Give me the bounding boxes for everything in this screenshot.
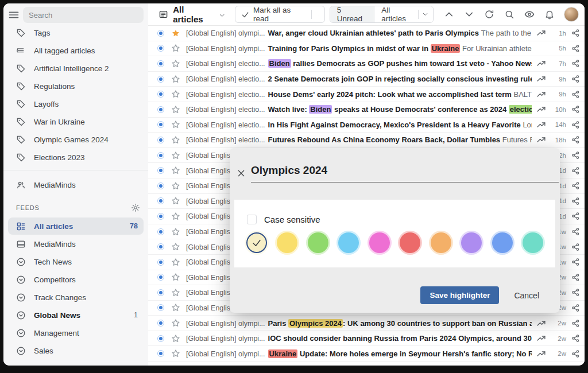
sidebar-item-tag[interactable]: War in Ukraine [3, 113, 148, 131]
share-icon[interactable] [571, 197, 580, 205]
unread-dot[interactable] [157, 274, 164, 281]
hamburger-menu-icon[interactable] [8, 9, 20, 21]
unread-dot[interactable] [157, 137, 164, 143]
sidebar-item-feed[interactable]: Track Changes [8, 289, 144, 306]
search-icon[interactable] [504, 9, 514, 20]
article-row[interactable]: [Global English] olympi...Ukraine Update… [148, 346, 585, 362]
sidebar-item-tag[interactable]: Regulations [3, 77, 148, 95]
share-icon[interactable] [571, 304, 580, 312]
bell-icon[interactable] [544, 9, 555, 20]
previous-article-icon[interactable] [444, 9, 454, 20]
share-icon[interactable] [571, 288, 580, 297]
share-icon[interactable] [571, 273, 580, 282]
star-icon[interactable] [171, 334, 180, 343]
unread-dot[interactable] [157, 197, 164, 204]
sidebar-item-tag[interactable]: Tags [3, 24, 148, 42]
color-swatch[interactable] [492, 232, 513, 253]
unread-dot[interactable] [157, 60, 164, 67]
color-swatch[interactable] [523, 232, 543, 253]
highlighter-name-input[interactable] [251, 164, 559, 182]
unread-dot[interactable] [157, 76, 164, 83]
unread-dot[interactable] [157, 121, 164, 128]
star-icon[interactable] [171, 318, 180, 328]
share-icon[interactable] [571, 334, 580, 343]
color-swatch[interactable] [461, 232, 482, 253]
share-icon[interactable] [571, 227, 580, 236]
color-swatch[interactable] [431, 232, 451, 253]
star-icon[interactable] [171, 181, 180, 191]
unread-dot[interactable] [157, 259, 164, 266]
unread-dot[interactable] [157, 152, 164, 159]
share-icon[interactable] [571, 258, 580, 266]
star-icon[interactable] [171, 105, 180, 114]
share-icon[interactable] [571, 181, 580, 190]
share-icon[interactable] [571, 90, 580, 99]
sidebar-item-team[interactable]: MediaMinds [3, 176, 148, 194]
color-swatch[interactable] [338, 232, 359, 253]
star-icon[interactable] [171, 44, 180, 53]
search-input[interactable] [29, 11, 138, 20]
star-icon[interactable] [171, 90, 180, 99]
unread-count-button[interactable]: 5 Unread [330, 6, 375, 22]
unread-dot[interactable] [157, 30, 164, 37]
sidebar-item-feed[interactable]: All articles 78 [8, 217, 144, 235]
unread-dot[interactable] [157, 228, 164, 235]
article-row[interactable]: [Global English] electio...2 Senate Demo… [148, 72, 585, 87]
sidebar-item-tag[interactable]: Olympic Games 2024 [3, 131, 148, 149]
share-icon[interactable] [571, 29, 580, 37]
unread-dot[interactable] [157, 213, 164, 220]
share-icon[interactable] [571, 44, 580, 53]
view-title-dropdown[interactable]: All articles [158, 5, 226, 24]
unread-dot[interactable] [157, 335, 164, 342]
unread-dot[interactable] [157, 167, 164, 174]
star-icon[interactable] [171, 29, 180, 38]
cancel-button[interactable]: Cancel [514, 291, 539, 300]
article-row[interactable]: [Global English] electio...In His Fight … [148, 118, 585, 133]
chevron-down-icon[interactable] [316, 11, 322, 18]
unread-dot[interactable] [157, 289, 164, 296]
star-icon[interactable] [171, 349, 180, 358]
article-row[interactable]: [Global English] electio...House Dems' e… [148, 87, 585, 102]
article-row[interactable]: [Global English] olympi...Paris Olympics… [148, 316, 585, 331]
color-swatch[interactable] [400, 232, 420, 253]
case-sensitive-checkbox[interactable] [247, 215, 257, 224]
sidebar-item-feed[interactable]: MediaMinds [8, 235, 144, 252]
star-icon[interactable] [171, 303, 180, 312]
share-icon[interactable] [571, 349, 580, 358]
share-icon[interactable] [571, 243, 580, 251]
star-icon[interactable] [171, 258, 180, 267]
share-icon[interactable] [571, 59, 580, 68]
star-icon[interactable] [171, 212, 180, 221]
close-icon[interactable] [237, 169, 246, 178]
sidebar-item-feed[interactable]: Sales [8, 342, 144, 359]
refresh-icon[interactable] [484, 9, 494, 20]
mark-all-read-button[interactable]: Mark all as read [235, 6, 325, 23]
sidebar-item-feed[interactable]: Tech News [8, 253, 144, 270]
star-icon[interactable] [171, 242, 180, 251]
article-row[interactable]: [Global English] electio...Biden rallies… [148, 56, 585, 72]
star-icon[interactable] [171, 120, 180, 129]
unread-dot[interactable] [157, 182, 164, 189]
color-swatch[interactable] [277, 232, 297, 253]
unread-dot[interactable] [157, 304, 164, 311]
star-icon[interactable] [171, 227, 180, 236]
sidebar-search[interactable] [23, 7, 144, 23]
article-row[interactable]: [Global English] olympi...War, anger clo… [148, 26, 585, 41]
gear-icon[interactable] [131, 203, 140, 212]
star-icon[interactable] [171, 135, 180, 145]
sidebar-item-feed[interactable]: Management [8, 324, 144, 341]
unread-dot[interactable] [157, 350, 164, 357]
scope-filter-dropdown[interactable]: All articles [374, 6, 433, 22]
share-icon[interactable] [571, 166, 580, 175]
unread-dot[interactable] [157, 106, 164, 113]
share-icon[interactable] [571, 319, 580, 328]
share-icon[interactable] [571, 151, 580, 160]
star-icon[interactable] [171, 59, 180, 68]
unread-dot[interactable] [157, 91, 164, 98]
color-swatch[interactable] [369, 232, 390, 253]
star-icon[interactable] [171, 166, 180, 175]
star-icon[interactable] [171, 196, 180, 205]
sidebar-item-tag[interactable]: Elections 2023 [3, 149, 148, 166]
star-icon[interactable] [171, 288, 180, 297]
next-article-icon[interactable] [464, 9, 474, 20]
